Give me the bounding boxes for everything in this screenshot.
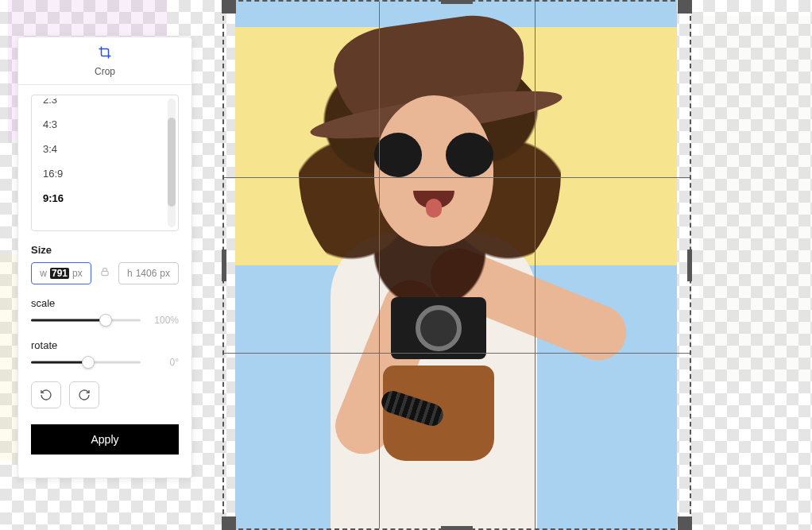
aspect-ratio-option[interactable]: 16:9 (32, 161, 178, 186)
crop-handle-top-left[interactable] (222, 0, 236, 14)
crop-handle-top-right[interactable] (678, 0, 692, 14)
image-canvas[interactable] (222, 0, 691, 530)
crop-icon (98, 45, 112, 63)
scale-slider[interactable] (31, 314, 141, 327)
width-input[interactable]: w 791 px (31, 262, 91, 284)
ghost-layer (699, 16, 812, 381)
aspect-ratio-option[interactable]: 2:3 (32, 99, 178, 112)
grid-line (224, 353, 690, 354)
svg-rect-0 (102, 271, 108, 275)
height-value: 1406 (136, 268, 157, 279)
crop-handle-right[interactable] (687, 250, 692, 281)
rotate-section: rotate 0° (31, 339, 179, 369)
grid-line (224, 177, 690, 178)
rotate-ccw-button[interactable] (31, 381, 61, 408)
rotate-cw-button[interactable] (69, 381, 99, 408)
crop-handle-bottom-left[interactable] (222, 516, 236, 530)
grid-line (535, 2, 536, 528)
width-prefix: w (40, 268, 47, 279)
aspect-ratio-list[interactable]: 2:3 4:3 3:4 16:9 9:16 (31, 95, 179, 231)
scrollbar-thumb[interactable] (168, 118, 176, 207)
grid-line (379, 2, 380, 528)
crop-panel-header: Crop (18, 37, 191, 85)
rotate-label: rotate (31, 339, 179, 351)
crop-panel: Crop 2:3 4:3 3:4 16:9 9:16 Size w 791 px (17, 37, 192, 478)
apply-button[interactable]: Apply (31, 424, 179, 455)
crop-handle-left[interactable] (222, 250, 226, 281)
crop-frame[interactable] (222, 0, 691, 530)
aspect-ratio-option[interactable]: 3:4 (32, 137, 178, 161)
crop-handle-bottom-right[interactable] (678, 516, 692, 530)
size-label: Size (31, 244, 179, 256)
scale-section: scale 100% (31, 297, 179, 327)
width-unit: px (72, 268, 83, 279)
aspect-ratio-option[interactable]: 4:3 (32, 112, 178, 137)
crop-handle-top[interactable] (441, 0, 473, 4)
height-input[interactable]: h 1406 px (118, 262, 179, 284)
scale-label: scale (31, 297, 179, 309)
lock-icon[interactable] (99, 266, 110, 280)
crop-handle-bottom[interactable] (441, 526, 473, 530)
width-value: 791 (50, 268, 69, 279)
aspect-ratio-option[interactable]: 9:16 (32, 186, 178, 211)
scale-value: 100% (147, 315, 179, 326)
height-unit: px (160, 268, 170, 279)
height-prefix: h (127, 268, 133, 279)
rotate-slider[interactable] (31, 356, 141, 369)
crop-panel-title: Crop (95, 66, 115, 77)
size-section: Size w 791 px h 1406 px (31, 244, 179, 284)
rotate-value: 0° (147, 357, 179, 368)
